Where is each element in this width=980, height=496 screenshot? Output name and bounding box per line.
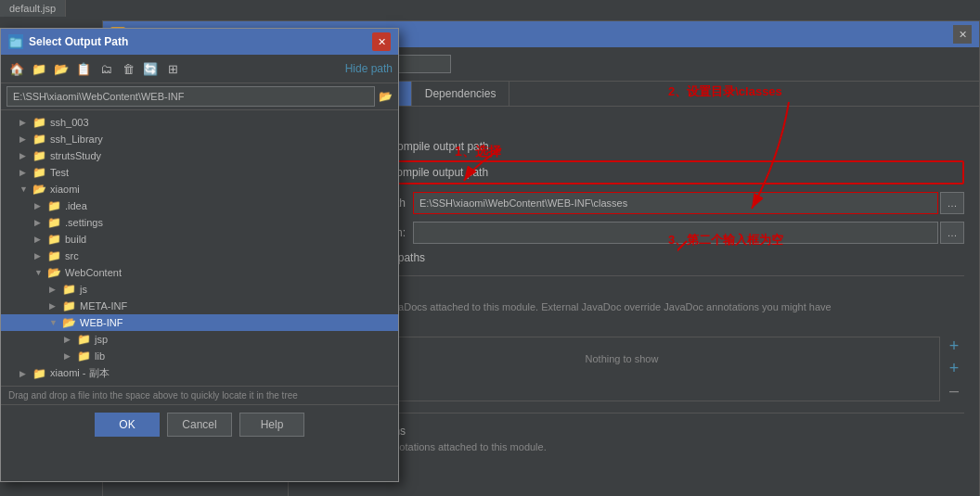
toolbar-delete-button[interactable]: 🗑	[118, 58, 138, 79]
tree-item[interactable]: ▶ 📁 build	[1, 231, 398, 248]
tree-item-label: js	[80, 284, 87, 295]
folder-icon: 📁	[77, 333, 91, 346]
expand-icon: ▶	[34, 218, 47, 227]
sod-toolbar: 🏠 📁 📂 📋 🗂 🗑 🔄 ⊞ Hide path	[1, 55, 398, 83]
javadoc-remove-button[interactable]: –	[944, 381, 964, 401]
folder-icon: 📁	[32, 149, 46, 162]
tree-item-label: WebContent	[65, 267, 122, 278]
tree-item[interactable]: ▶ 📁 js	[1, 281, 398, 298]
folder-icon: 📁	[47, 216, 61, 229]
tree-item[interactable]: ▶ 📁 lib	[1, 348, 398, 364]
expand-icon: ▶	[64, 335, 77, 344]
ok-button[interactable]: OK	[95, 413, 160, 437]
sod-footer-hint: Drag and drop a file into the space abov…	[1, 386, 398, 404]
tree-item[interactable]: ▶ 📁 Test	[1, 164, 398, 181]
folder-icon: 📁	[47, 233, 61, 246]
tree-item-label: src	[65, 250, 79, 261]
expand-icon: ▶	[49, 285, 62, 294]
sod-path-input[interactable]	[6, 86, 375, 107]
expand-icon: ▶	[34, 235, 47, 244]
tree-item[interactable]: ▼ 📂 WebContent	[1, 264, 398, 281]
expand-icon: ▶	[19, 151, 32, 160]
tree-item[interactable]: ▶ 📁 ssh_Library	[1, 131, 398, 147]
folder-icon: 📁	[62, 283, 76, 296]
tree-item-label: ssh_003	[50, 117, 89, 128]
tree-item-label: strutsStudy	[50, 150, 101, 161]
cancel-label: Cancel	[182, 418, 216, 431]
folder-icon: 📁	[77, 350, 91, 362]
test-output-path-row: Test output path: …	[303, 222, 964, 244]
javadoc-desc: Manage external JavaDocs attached to thi…	[303, 300, 964, 329]
tree-item-label: xiaomi - 副本	[50, 366, 110, 380]
tree-item-label: .settings	[65, 217, 103, 228]
ps-close-button[interactable]: ✕	[953, 25, 972, 44]
tree-item[interactable]: ▶ 📁 ssh_003	[1, 114, 398, 131]
tree-item-label: jsp	[95, 334, 108, 345]
sod-icon	[8, 34, 23, 49]
folder-icon: 📁	[32, 367, 46, 380]
help-button[interactable]: Help	[239, 413, 304, 437]
path-bar-icon: 📂	[379, 90, 393, 103]
tree-item-copy[interactable]: ▶ 📁 xiaomi - 副本	[1, 364, 398, 382]
file-tab: default.jsp	[0, 0, 66, 17]
tree-item-webinf[interactable]: ▼ 📂 WEB-INF	[1, 314, 398, 331]
tree-item[interactable]: ▶ 📁 src	[1, 248, 398, 264]
tree-item[interactable]: ▶ 📁 .idea	[1, 197, 398, 214]
folder-icon: 📁	[47, 199, 61, 212]
expand-icon: ▼	[49, 318, 62, 327]
help-label: Help	[261, 418, 284, 431]
tree-item[interactable]: ▶ 📁 META-INF	[1, 298, 398, 314]
tab-dependencies[interactable]: Dependencies	[412, 82, 510, 106]
tree-item[interactable]: ▶ 📁 strutsStudy	[1, 147, 398, 164]
file-tab-label: default.jsp	[9, 3, 56, 14]
exclude-checkbox-row: Exclude output paths	[303, 251, 964, 264]
tree-item-label: ssh_Library	[50, 134, 103, 145]
folder-icon: 📂	[32, 183, 46, 196]
hide-path-button[interactable]: Hide path	[345, 62, 393, 75]
javadoc-add-more-button[interactable]: +	[944, 359, 964, 379]
ext-annotations-title: External Annotations	[303, 425, 964, 438]
sod-buttons: OK Cancel Help	[1, 404, 398, 444]
toolbar-delete-folder-button[interactable]: 🗂	[96, 58, 116, 79]
cancel-button[interactable]: Cancel	[167, 413, 232, 437]
tree-item-label: WEB-INF	[80, 317, 122, 328]
tree-item-label: .idea	[65, 200, 87, 211]
sod-tree: ▶ 📁 ssh_003 ▶ 📁 ssh_Library ▶ 📁 strutsSt…	[1, 110, 398, 386]
expand-icon: ▶	[19, 118, 32, 127]
tree-item-label: build	[65, 234, 86, 245]
folder-icon: 📁	[32, 166, 46, 179]
test-output-path-input[interactable]	[413, 222, 938, 244]
toolbar-copy-button[interactable]: 📋	[73, 58, 94, 79]
folder-icon: 📂	[62, 316, 76, 329]
folder-icon: 📂	[47, 266, 61, 279]
javadoc-section: JavaDoc Manage external JavaDocs attache…	[303, 284, 964, 401]
tree-item[interactable]: ▼ 📂 xiaomi	[1, 181, 398, 197]
hide-path-label: Hide path	[345, 62, 393, 75]
toolbar-expand-button[interactable]: ⊞	[162, 58, 183, 79]
test-output-path-browse-button[interactable]: …	[940, 222, 964, 244]
javadoc-action-buttons: + + –	[944, 337, 964, 401]
sod-close-button[interactable]: ✕	[372, 32, 391, 51]
select-output-dialog: Select Output Path ✕ 🏠 📁 📂 📋 🗂 🗑 🔄 ⊞ Hid…	[0, 28, 399, 482]
compiler-output-title: Compiler output	[303, 118, 964, 131]
folder-icon: 📁	[32, 116, 46, 129]
tree-item[interactable]: ▶ 📁 jsp	[1, 331, 398, 348]
toolbar-refresh-button[interactable]: 🔄	[140, 58, 161, 79]
sod-path-bar: 📂	[1, 83, 398, 110]
tree-item[interactable]: ▶ 📁 .settings	[1, 214, 398, 231]
toolbar-new-folder-button[interactable]: 📁	[29, 58, 49, 79]
nothing-to-show: Nothing to show	[586, 353, 659, 364]
expand-icon: ▶	[34, 251, 47, 261]
output-path-row: Output path …	[303, 192, 964, 214]
toolbar-home-button[interactable]: 🏠	[6, 58, 27, 79]
output-path-input[interactable]	[413, 192, 938, 214]
output-path-browse-button[interactable]: …	[940, 192, 964, 214]
expand-icon: ▶	[19, 134, 32, 144]
toolbar-open-button[interactable]: 📂	[51, 58, 71, 79]
tab-dependencies-label: Dependencies	[425, 87, 496, 100]
folder-icon: 📁	[47, 249, 61, 262]
javadoc-add-button[interactable]: +	[944, 337, 964, 357]
folder-icon: 📁	[32, 133, 46, 146]
javadoc-title: JavaDoc	[303, 284, 964, 297]
javadoc-area: Nothing to show + + –	[303, 337, 964, 401]
